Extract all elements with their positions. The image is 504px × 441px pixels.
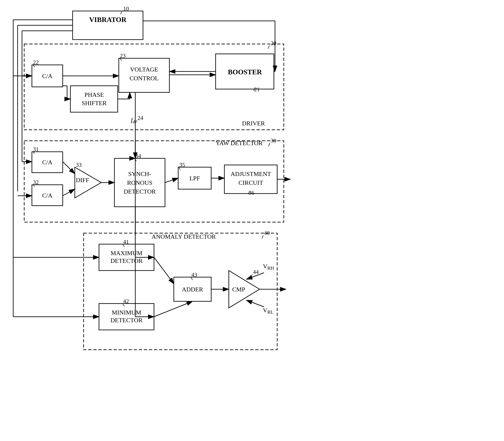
max-det-label1: MAXIMUM bbox=[111, 250, 142, 256]
driver-label: DRIVER bbox=[242, 120, 265, 127]
ref-24: 24 bbox=[138, 115, 143, 121]
ref-32: 32 bbox=[33, 179, 39, 185]
phase-shifter-label2: SHIFTER bbox=[82, 100, 107, 107]
adj-circuit-label2: CIRCUIT bbox=[238, 179, 263, 186]
sync-det-label2: RONOUS bbox=[127, 179, 152, 186]
booster-label: BOOSTER bbox=[228, 68, 262, 76]
voltage-control-label2: CONTROL bbox=[130, 75, 159, 82]
adder-label: ADDER bbox=[182, 286, 203, 293]
voltage-control-label1: VOLTAGE bbox=[130, 66, 158, 73]
min-det-label2: DETECTOR bbox=[110, 317, 142, 324]
ref-44: 44 bbox=[253, 269, 259, 275]
ref-23: 23 bbox=[120, 53, 126, 59]
sync-det-label1: SYNCH- bbox=[128, 171, 151, 177]
min-det-label1: MINIMUM bbox=[112, 309, 141, 316]
max-det-label2: DETECTOR bbox=[110, 257, 142, 264]
yaw-detector-label: YAW DETECTOR bbox=[216, 140, 263, 146]
ref-30: 30 bbox=[271, 138, 276, 144]
ref-36: 36 bbox=[249, 189, 254, 196]
ref-20: 20 bbox=[271, 40, 276, 47]
ref-21: 21 bbox=[254, 86, 260, 93]
ref-35: 35 bbox=[179, 162, 185, 168]
sync-det-label3: DETECTOR bbox=[124, 188, 156, 195]
ref-40: 40 bbox=[264, 230, 270, 236]
ref-31: 31 bbox=[33, 146, 39, 152]
ref-43: 43 bbox=[191, 272, 197, 278]
ref-10: 10 bbox=[123, 5, 129, 12]
ref-42: 42 bbox=[123, 298, 129, 304]
ca-driver-label: C/A bbox=[42, 73, 53, 79]
vibrator-block bbox=[73, 11, 143, 40]
anomaly-detector-label: ANOMALY DETECTOR bbox=[152, 233, 216, 240]
lpf-label: LPF bbox=[189, 175, 200, 182]
phase-shifter-block bbox=[70, 86, 118, 112]
diff-label: DIFF bbox=[76, 177, 89, 183]
ca-31-label: C/A bbox=[42, 159, 53, 166]
vibrator-label: VIBRATOR bbox=[89, 16, 126, 24]
phase-shifter-label1: PHASE bbox=[84, 91, 104, 98]
ca-32-label: C/A bbox=[42, 192, 53, 199]
ref-22: 22 bbox=[33, 59, 39, 65]
cmp-label: CMP bbox=[232, 286, 245, 293]
ref-34: 34 bbox=[135, 153, 141, 159]
ref-33: 33 bbox=[76, 162, 82, 168]
ref-41: 41 bbox=[123, 239, 129, 245]
adj-circuit-label1: ADJUSTMENT bbox=[231, 171, 271, 177]
